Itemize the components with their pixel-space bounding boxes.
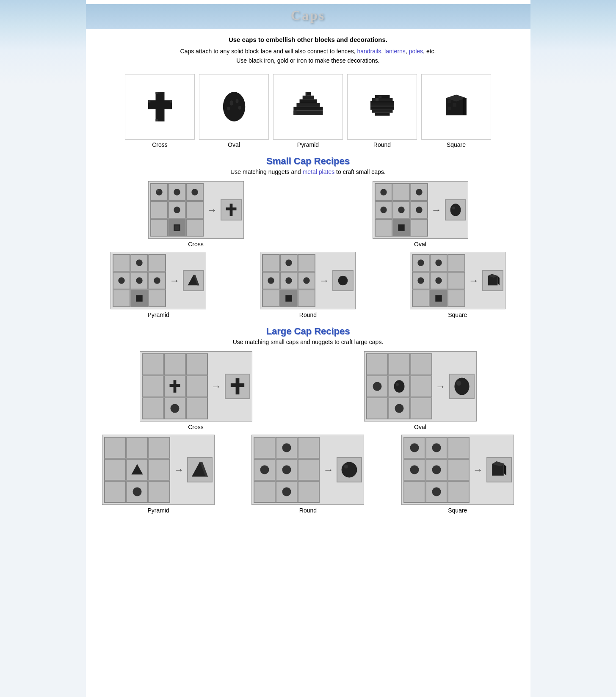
- lrnd-2-2: [298, 481, 319, 502]
- svg-rect-25: [372, 110, 392, 113]
- svg-marker-84: [132, 464, 143, 474]
- svg-rect-34: [447, 107, 451, 110]
- sq-0-1: [430, 254, 447, 271]
- nugget-lpyr: [131, 485, 144, 498]
- svg-point-61: [286, 277, 292, 284]
- svg-point-92: [342, 462, 357, 477]
- lpyr-1-0: [105, 459, 126, 480]
- large-round-grid: [254, 437, 320, 503]
- svg-rect-28: [378, 96, 381, 98]
- cap-square-image: [421, 74, 491, 140]
- large-pyramid-recipe-label: Pyramid: [147, 507, 169, 514]
- svg-rect-19: [293, 110, 296, 115]
- lanterns-link[interactable]: lanterns: [384, 48, 406, 55]
- poles-link[interactable]: poles: [409, 48, 423, 55]
- small-round-result: [332, 270, 354, 291]
- svg-rect-13: [302, 96, 314, 99]
- arrow-large-cross: →: [211, 380, 221, 392]
- small-square-recipe-box: →: [410, 252, 506, 309]
- lsq-1-2: [448, 459, 469, 480]
- svg-point-48: [416, 207, 422, 213]
- svg-point-65: [417, 259, 424, 266]
- cap-oval-item: Oval: [199, 74, 269, 148]
- intro-text: Caps attach to any solid block face and …: [86, 47, 530, 66]
- arrow-small-cross: →: [207, 204, 217, 216]
- small-oval-recipe-label: Oval: [414, 241, 426, 248]
- small-cap-subtitle: Use matching nuggets and metal plates to…: [86, 168, 530, 175]
- svg-point-47: [398, 207, 404, 213]
- large-pyramid-grid: [104, 437, 170, 503]
- large-pyramid-result-icon: [191, 460, 209, 479]
- large-oval-recipe-label: Oval: [414, 424, 426, 430]
- svg-point-78: [373, 382, 381, 391]
- sq-0-0: [412, 254, 429, 271]
- lpyr-2-0: [105, 481, 126, 502]
- small-pyramid-result-icon: [186, 273, 201, 288]
- handrails-link[interactable]: handrails: [357, 48, 381, 55]
- svg-point-97: [432, 465, 441, 474]
- oval-icon: [219, 90, 249, 124]
- cap-cross-image: [125, 74, 195, 140]
- lpyr-0-1: [127, 437, 148, 458]
- cell-0-0: [151, 184, 168, 201]
- nugget-lrnd-2-1: [280, 485, 293, 498]
- rnd-0-0: [262, 254, 279, 271]
- oval-cell-1-2: [411, 201, 428, 218]
- svg-point-45: [416, 189, 422, 195]
- cap-pyramid-item: Pyramid: [273, 74, 343, 148]
- rnd-2-0: [262, 290, 279, 307]
- intro-bold: Use caps to embellish other blocks and d…: [86, 36, 530, 43]
- pyr-2-2: [149, 290, 166, 307]
- svg-rect-69: [435, 295, 442, 301]
- lcr-1-1: [164, 376, 185, 397]
- svg-rect-15: [296, 103, 320, 107]
- small-recipes-row2: → Pyramid: [86, 252, 530, 318]
- svg-point-67: [417, 277, 424, 284]
- svg-point-83: [456, 381, 461, 386]
- svg-point-8: [229, 100, 233, 105]
- pyr-0-1: [131, 254, 148, 271]
- lrnd-0-1: [276, 437, 297, 458]
- lcr-2-2: [186, 398, 207, 419]
- cell-1-2: [186, 201, 203, 218]
- svg-point-82: [454, 377, 469, 395]
- lcr-2-1: [164, 398, 185, 419]
- svg-rect-14: [299, 99, 317, 103]
- small-cross-result: [221, 199, 242, 220]
- large-round-recipe: → Round: [251, 435, 364, 514]
- large-oval-result: [449, 374, 475, 399]
- lrnd-0-2: [298, 437, 319, 458]
- lov-1-0: [367, 376, 388, 397]
- nugget-lsq-1-0: [408, 463, 421, 476]
- lrnd-1-0: [254, 459, 275, 480]
- lrnd-2-0: [254, 481, 275, 502]
- large-recipes-row1: → Cross: [86, 351, 530, 430]
- metal-plates-link[interactable]: metal plates: [303, 168, 334, 175]
- pyr-1-1: [131, 272, 148, 289]
- lpyr-2-2: [149, 481, 170, 502]
- rnd-1-2: [298, 272, 315, 289]
- large-square-result: [486, 457, 512, 482]
- large-recipes-row2: → Pyramid: [86, 435, 530, 514]
- svg-point-68: [435, 277, 442, 284]
- lsq-0-0: [404, 437, 425, 458]
- lpyr-1-2: [149, 459, 170, 480]
- small-cross-recipe: → Cross: [148, 181, 244, 248]
- small-round-recipe-box: →: [260, 252, 356, 309]
- svg-rect-16: [293, 107, 323, 110]
- svg-rect-32: [447, 100, 451, 103]
- lcr-2-0: [142, 398, 163, 419]
- arrow-small-pyramid: →: [169, 275, 180, 287]
- nugget-lsq-1-1: [430, 463, 443, 476]
- svg-point-95: [432, 443, 441, 452]
- nugget-lrnd-0-1: [280, 441, 293, 454]
- svg-point-51: [452, 207, 455, 209]
- large-cross-result-icon: [228, 377, 247, 396]
- svg-point-60: [268, 277, 274, 284]
- small-square-recipe-label: Square: [448, 311, 467, 318]
- arrow-large-square: →: [473, 464, 483, 476]
- svg-point-35: [156, 189, 162, 195]
- svg-rect-2: [155, 92, 157, 94]
- svg-point-55: [154, 277, 160, 284]
- small-oval-result: [445, 199, 466, 220]
